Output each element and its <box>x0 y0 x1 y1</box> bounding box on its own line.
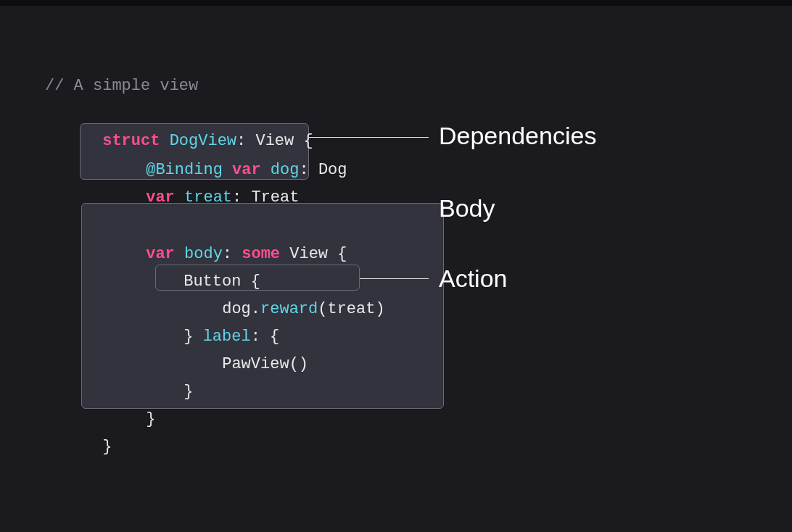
label-action: Action <box>439 265 508 293</box>
type-treat: Treat <box>251 188 299 207</box>
kw-var2: var <box>146 188 175 207</box>
code-comment: // A simple view <box>45 77 198 95</box>
slide-background: // A simple view struct DogView: View { … <box>0 6 792 532</box>
pawview-parens: () <box>289 355 308 373</box>
var-treat: treat <box>184 188 232 207</box>
close-paren: ) <box>375 300 384 318</box>
type-dog: Dog <box>318 161 347 179</box>
open-paren: ( <box>318 300 327 318</box>
brace-close4: } <box>102 438 112 456</box>
pawview-call: PawView <box>222 355 289 373</box>
label-body: Body <box>439 194 495 223</box>
brace-close2: } <box>183 383 193 401</box>
type-view2: View <box>289 245 328 263</box>
label-dependencies: Dependencies <box>439 122 596 150</box>
brace-open2: { <box>337 245 347 263</box>
brace-close3: } <box>146 410 155 428</box>
treat-arg: treat <box>327 300 375 318</box>
